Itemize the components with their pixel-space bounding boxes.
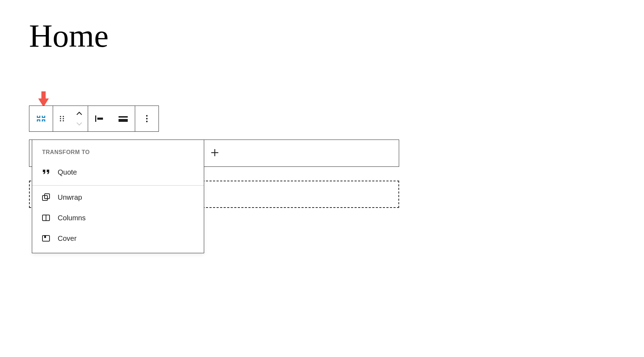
svg-rect-9 <box>119 119 128 122</box>
transform-option-label: Unwrap <box>58 193 82 202</box>
align-wide-button[interactable] <box>111 106 135 131</box>
move-buttons <box>71 106 88 131</box>
dropdown-separator <box>32 185 204 186</box>
align-left-button[interactable] <box>88 106 111 131</box>
transform-option-label: Columns <box>58 214 86 222</box>
transform-header: Transform to <box>32 140 204 162</box>
svg-rect-6 <box>95 115 96 122</box>
transform-option-columns[interactable]: Columns <box>32 208 204 228</box>
svg-point-10 <box>146 115 148 117</box>
block-toolbar <box>29 106 159 132</box>
svg-point-2 <box>60 118 61 119</box>
toolbar-group-align <box>88 106 135 131</box>
more-options-button[interactable] <box>135 106 159 131</box>
transform-dropdown: Transform to Quote Unwrap Columns <box>32 140 204 253</box>
move-down-button[interactable] <box>76 119 82 129</box>
quote-icon <box>41 167 51 177</box>
svg-point-1 <box>63 116 64 117</box>
block-type-button[interactable] <box>29 106 53 131</box>
transform-option-quote[interactable]: Quote <box>32 162 204 182</box>
cover-icon <box>41 233 51 244</box>
svg-point-4 <box>60 120 61 121</box>
svg-point-3 <box>63 118 64 119</box>
toolbar-group-more <box>135 106 159 131</box>
drag-handle-button[interactable] <box>53 106 71 131</box>
svg-rect-7 <box>97 118 103 120</box>
svg-point-5 <box>63 120 64 121</box>
toolbar-group-block-type <box>29 106 53 131</box>
svg-point-11 <box>146 118 148 119</box>
svg-point-12 <box>146 121 148 122</box>
svg-rect-20 <box>44 236 46 238</box>
add-block-button[interactable] <box>209 147 220 158</box>
page-title: Home <box>29 17 109 55</box>
transform-option-unwrap[interactable]: Unwrap <box>32 187 204 208</box>
columns-icon <box>41 212 51 223</box>
svg-point-0 <box>60 116 61 117</box>
svg-rect-8 <box>119 116 128 118</box>
move-up-button[interactable] <box>76 109 82 119</box>
unwrap-icon <box>41 192 51 203</box>
transform-option-label: Quote <box>58 168 77 176</box>
toolbar-group-movers <box>53 106 88 131</box>
transform-option-cover[interactable]: Cover <box>32 228 204 249</box>
transform-option-label: Cover <box>58 234 76 243</box>
